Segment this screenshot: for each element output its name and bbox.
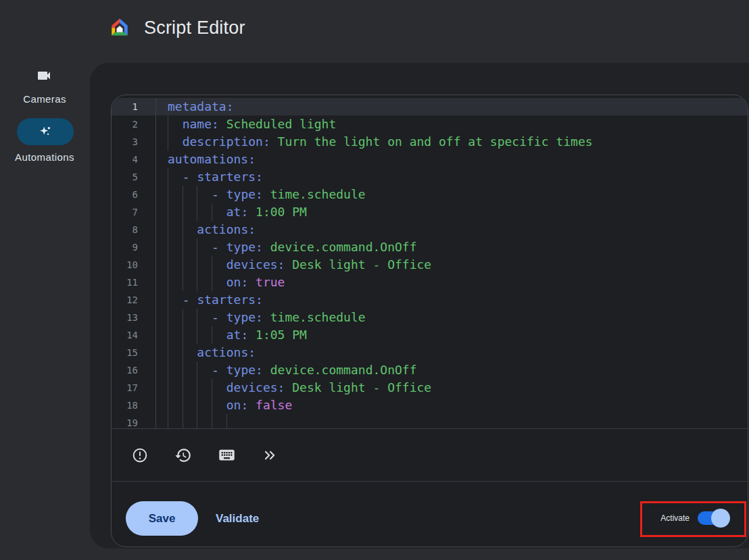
line-number: 2 (112, 116, 156, 133)
indent-guide (168, 238, 168, 256)
page-title: Script Editor (144, 18, 245, 39)
save-button[interactable]: Save (126, 501, 198, 536)
line-number: 8 (112, 221, 156, 238)
sparkle-icon (38, 124, 53, 139)
indent-guide (212, 274, 212, 291)
code-line[interactable]: 3 description: Turn the light on and off… (112, 133, 748, 151)
indent-guide (197, 309, 197, 326)
indent-guide (183, 186, 183, 203)
code-line[interactable]: 17 devices: Desk light - Office (112, 379, 748, 397)
indent-guide (197, 326, 197, 344)
toggle-knob (711, 509, 730, 528)
camera-icon (36, 68, 52, 84)
indent-guide (168, 361, 168, 379)
indent-guide (197, 186, 197, 203)
indent-guide (197, 397, 197, 414)
code-line[interactable]: 10 devices: Desk light - Office (112, 256, 748, 274)
indent-guide (183, 203, 183, 221)
code-line[interactable]: 6 - type: time.schedule (112, 186, 748, 203)
code-area[interactable]: 1metadata:2 name: Scheduled light3 descr… (112, 95, 748, 428)
indent-guide (183, 256, 183, 274)
code-line[interactable]: 18 on: false (112, 397, 748, 414)
code-line[interactable]: 2 name: Scheduled light (112, 116, 748, 133)
indent-guide (183, 238, 183, 256)
line-number: 4 (112, 151, 156, 168)
indent-guide (168, 291, 168, 309)
validate-button[interactable]: Validate (206, 501, 268, 536)
activate-label: Activate (660, 513, 690, 523)
indent-guide (197, 379, 197, 397)
indent-guide (212, 414, 212, 428)
code-line[interactable]: 7 at: 1:00 PM (112, 203, 748, 221)
line-number: 14 (112, 326, 156, 344)
line-number: 11 (112, 274, 156, 291)
error-icon[interactable] (126, 442, 153, 469)
google-home-logo-icon (109, 16, 130, 38)
code-line[interactable]: 8 actions: (112, 221, 748, 238)
indent-guide (168, 186, 168, 203)
indent-guide (168, 168, 168, 186)
line-number: 16 (112, 361, 156, 379)
indent-guide (183, 414, 183, 428)
code-line[interactable]: 13 - type: time.schedule (112, 309, 748, 326)
indent-guide (168, 379, 168, 397)
automations-active-pill[interactable] (17, 118, 74, 145)
code-line[interactable]: 12 - starters: (112, 291, 748, 309)
line-number: 1 (112, 98, 156, 116)
indent-guide (226, 414, 227, 428)
line-number: 19 (112, 414, 156, 428)
indent-guide (168, 344, 168, 361)
indent-guide (168, 326, 168, 344)
indent-guide (168, 116, 168, 133)
keyboard-icon[interactable] (213, 442, 240, 469)
indent-guide (183, 221, 183, 238)
history-icon[interactable] (170, 442, 197, 469)
editor-footer: Save Validate Activate (112, 481, 748, 546)
line-number: 13 (112, 309, 156, 326)
indent-guide (168, 397, 168, 414)
indent-guide (183, 274, 183, 291)
code-line[interactable]: 4automations: (112, 151, 748, 168)
indent-guide (168, 256, 168, 274)
indent-guide (168, 309, 168, 326)
indent-guide (183, 397, 183, 414)
indent-guide (197, 414, 197, 428)
indent-guide (197, 361, 197, 379)
line-number: 10 (112, 256, 156, 274)
line-number: 6 (112, 186, 156, 203)
code-line[interactable]: 19 (112, 414, 748, 428)
indent-guide (168, 414, 168, 428)
indent-guide (183, 361, 183, 379)
code-line[interactable]: 15 actions: (112, 344, 748, 361)
script-editor-panel: 1metadata:2 name: Scheduled light3 descr… (111, 95, 748, 547)
line-number: 17 (112, 379, 156, 397)
sidebar-item-cameras-label: Cameras (0, 93, 89, 105)
indent-guide (168, 203, 168, 221)
activate-toggle[interactable] (698, 511, 727, 525)
code-line[interactable]: 11 on: true (112, 274, 748, 291)
editor-toolbar (112, 428, 748, 481)
indent-guide (212, 326, 212, 344)
line-number: 5 (112, 168, 156, 186)
indent-guide (197, 238, 197, 256)
code-line[interactable]: 9 - type: device.command.OnOff (112, 238, 748, 256)
indent-guide (183, 344, 183, 361)
editor-card: 1metadata:2 name: Scheduled light3 descr… (90, 63, 749, 549)
line-number: 9 (112, 238, 156, 256)
indent-guide (197, 256, 197, 274)
activate-control: Activate (660, 511, 727, 525)
sidebar-item-automations-label: Automations (0, 151, 89, 163)
code-line[interactable]: 5 - starters: (112, 168, 748, 186)
line-number: 18 (112, 397, 156, 414)
indent-guide (168, 133, 168, 151)
code-line[interactable]: 1metadata: (112, 98, 748, 116)
script-editor-page: Script Editor Cameras Automations 1metad… (0, 0, 749, 560)
indent-guide (168, 274, 168, 291)
indent-guide (197, 274, 197, 291)
code-line[interactable]: 14 at: 1:05 PM (112, 326, 748, 344)
line-number: 15 (112, 344, 156, 361)
double-chevron-icon[interactable] (256, 442, 283, 469)
code-line[interactable]: 16 - type: device.command.OnOff (112, 361, 748, 379)
indent-guide (212, 397, 212, 414)
indent-guide (212, 203, 212, 221)
